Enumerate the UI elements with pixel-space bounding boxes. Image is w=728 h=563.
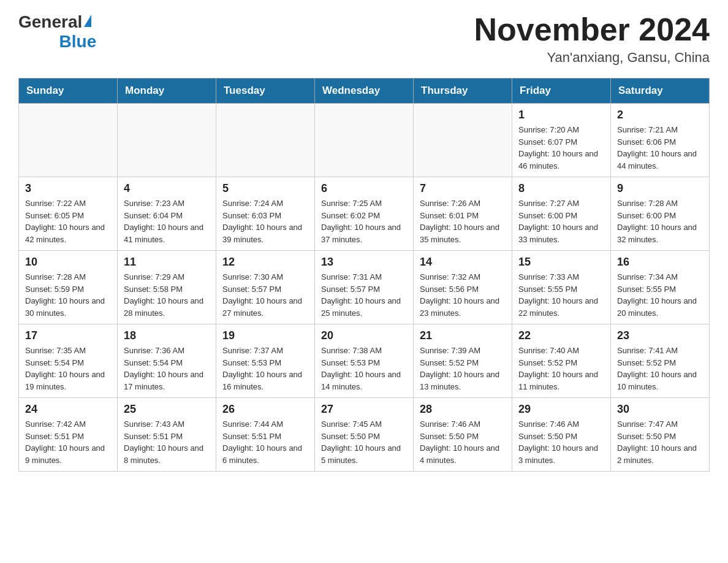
calendar-cell: 28Sunrise: 7:46 AM Sunset: 5:50 PM Dayli… <box>414 398 512 472</box>
col-saturday: Saturday <box>611 79 710 104</box>
calendar-cell <box>19 104 118 177</box>
day-number: 4 <box>124 182 210 195</box>
calendar-cell: 22Sunrise: 7:40 AM Sunset: 5:52 PM Dayli… <box>512 324 611 398</box>
day-number: 16 <box>617 256 703 269</box>
col-sunday: Sunday <box>19 79 118 104</box>
calendar-cell: 21Sunrise: 7:39 AM Sunset: 5:52 PM Dayli… <box>414 324 512 398</box>
calendar-cell: 19Sunrise: 7:37 AM Sunset: 5:53 PM Dayli… <box>216 324 315 398</box>
day-number: 30 <box>617 403 703 416</box>
day-number: 14 <box>420 256 506 269</box>
logo-general-text: General <box>18 12 82 32</box>
calendar-cell: 27Sunrise: 7:45 AM Sunset: 5:50 PM Dayli… <box>315 398 414 472</box>
day-info: Sunrise: 7:47 AM Sunset: 5:50 PM Dayligh… <box>617 418 703 466</box>
day-number: 29 <box>518 403 604 416</box>
calendar-cell: 2Sunrise: 7:21 AM Sunset: 6:06 PM Daylig… <box>611 104 710 177</box>
calendar-cell: 16Sunrise: 7:34 AM Sunset: 5:55 PM Dayli… <box>611 251 710 324</box>
calendar-cell <box>414 104 512 177</box>
day-info: Sunrise: 7:41 AM Sunset: 5:52 PM Dayligh… <box>617 345 703 393</box>
calendar-cell: 8Sunrise: 7:27 AM Sunset: 6:00 PM Daylig… <box>512 177 611 251</box>
calendar-cell: 24Sunrise: 7:42 AM Sunset: 5:51 PM Dayli… <box>19 398 118 472</box>
day-number: 26 <box>222 403 308 416</box>
day-info: Sunrise: 7:39 AM Sunset: 5:52 PM Dayligh… <box>420 345 506 393</box>
col-thursday: Thursday <box>414 79 512 104</box>
calendar-cell: 29Sunrise: 7:46 AM Sunset: 5:50 PM Dayli… <box>512 398 611 472</box>
calendar-cell: 12Sunrise: 7:30 AM Sunset: 5:57 PM Dayli… <box>216 251 315 324</box>
day-info: Sunrise: 7:28 AM Sunset: 5:59 PM Dayligh… <box>25 271 111 319</box>
day-number: 11 <box>124 256 210 269</box>
day-info: Sunrise: 7:35 AM Sunset: 5:54 PM Dayligh… <box>25 345 111 393</box>
day-number: 3 <box>25 182 111 195</box>
day-number: 22 <box>518 329 604 342</box>
day-info: Sunrise: 7:45 AM Sunset: 5:50 PM Dayligh… <box>321 418 407 466</box>
calendar-week-row: 24Sunrise: 7:42 AM Sunset: 5:51 PM Dayli… <box>19 398 710 472</box>
calendar-cell: 5Sunrise: 7:24 AM Sunset: 6:03 PM Daylig… <box>216 177 315 251</box>
day-info: Sunrise: 7:46 AM Sunset: 5:50 PM Dayligh… <box>518 418 604 466</box>
calendar-week-row: 3Sunrise: 7:22 AM Sunset: 6:05 PM Daylig… <box>19 177 710 251</box>
calendar-cell: 30Sunrise: 7:47 AM Sunset: 5:50 PM Dayli… <box>611 398 710 472</box>
day-number: 17 <box>25 329 111 342</box>
day-info: Sunrise: 7:38 AM Sunset: 5:53 PM Dayligh… <box>321 345 407 393</box>
logo-blue-text: Blue <box>23 32 96 52</box>
logo-triangle-icon <box>84 15 91 27</box>
calendar-cell: 17Sunrise: 7:35 AM Sunset: 5:54 PM Dayli… <box>19 324 118 398</box>
day-info: Sunrise: 7:42 AM Sunset: 5:51 PM Dayligh… <box>25 418 111 466</box>
col-wednesday: Wednesday <box>315 79 414 104</box>
day-info: Sunrise: 7:26 AM Sunset: 6:01 PM Dayligh… <box>420 197 506 245</box>
calendar-cell: 7Sunrise: 7:26 AM Sunset: 6:01 PM Daylig… <box>414 177 512 251</box>
day-info: Sunrise: 7:37 AM Sunset: 5:53 PM Dayligh… <box>222 345 308 393</box>
calendar-cell: 4Sunrise: 7:23 AM Sunset: 6:04 PM Daylig… <box>118 177 216 251</box>
calendar-cell: 6Sunrise: 7:25 AM Sunset: 6:02 PM Daylig… <box>315 177 414 251</box>
col-friday: Friday <box>512 79 611 104</box>
title-section: November 2024 Yan'anxiang, Gansu, China <box>474 12 710 66</box>
day-number: 10 <box>25 256 111 269</box>
calendar-week-row: 10Sunrise: 7:28 AM Sunset: 5:59 PM Dayli… <box>19 251 710 324</box>
calendar-cell: 10Sunrise: 7:28 AM Sunset: 5:59 PM Dayli… <box>19 251 118 324</box>
col-tuesday: Tuesday <box>216 79 315 104</box>
day-number: 6 <box>321 182 407 195</box>
day-number: 12 <box>222 256 308 269</box>
day-number: 1 <box>518 109 604 121</box>
col-monday: Monday <box>118 79 216 104</box>
day-number: 15 <box>518 256 604 269</box>
day-number: 5 <box>222 182 308 195</box>
day-info: Sunrise: 7:28 AM Sunset: 6:00 PM Dayligh… <box>617 197 703 245</box>
day-number: 21 <box>420 329 506 342</box>
day-info: Sunrise: 7:24 AM Sunset: 6:03 PM Dayligh… <box>222 197 308 245</box>
calendar-cell: 18Sunrise: 7:36 AM Sunset: 5:54 PM Dayli… <box>118 324 216 398</box>
calendar-week-row: 17Sunrise: 7:35 AM Sunset: 5:54 PM Dayli… <box>19 324 710 398</box>
day-number: 2 <box>617 109 703 121</box>
calendar-cell: 1Sunrise: 7:20 AM Sunset: 6:07 PM Daylig… <box>512 104 611 177</box>
day-number: 20 <box>321 329 407 342</box>
calendar-cell: 23Sunrise: 7:41 AM Sunset: 5:52 PM Dayli… <box>611 324 710 398</box>
page-header: General Blue November 2024 Yan'anxiang, … <box>18 12 710 66</box>
calendar-cell: 15Sunrise: 7:33 AM Sunset: 5:55 PM Dayli… <box>512 251 611 324</box>
day-info: Sunrise: 7:34 AM Sunset: 5:55 PM Dayligh… <box>617 271 703 319</box>
day-number: 13 <box>321 256 407 269</box>
day-info: Sunrise: 7:46 AM Sunset: 5:50 PM Dayligh… <box>420 418 506 466</box>
day-info: Sunrise: 7:36 AM Sunset: 5:54 PM Dayligh… <box>124 345 210 393</box>
day-info: Sunrise: 7:23 AM Sunset: 6:04 PM Dayligh… <box>124 197 210 245</box>
calendar-cell: 20Sunrise: 7:38 AM Sunset: 5:53 PM Dayli… <box>315 324 414 398</box>
day-number: 7 <box>420 182 506 195</box>
month-title: November 2024 <box>474 12 710 47</box>
location-text: Yan'anxiang, Gansu, China <box>474 50 710 66</box>
day-number: 25 <box>124 403 210 416</box>
day-number: 18 <box>124 329 210 342</box>
calendar-cell: 25Sunrise: 7:43 AM Sunset: 5:51 PM Dayli… <box>118 398 216 472</box>
day-info: Sunrise: 7:33 AM Sunset: 5:55 PM Dayligh… <box>518 271 604 319</box>
day-number: 9 <box>617 182 703 195</box>
day-info: Sunrise: 7:21 AM Sunset: 6:06 PM Dayligh… <box>617 124 703 172</box>
calendar-cell: 3Sunrise: 7:22 AM Sunset: 6:05 PM Daylig… <box>19 177 118 251</box>
calendar-header-row: Sunday Monday Tuesday Wednesday Thursday… <box>19 79 710 104</box>
day-number: 27 <box>321 403 407 416</box>
day-info: Sunrise: 7:44 AM Sunset: 5:51 PM Dayligh… <box>222 418 308 466</box>
calendar-table: Sunday Monday Tuesday Wednesday Thursday… <box>18 78 710 472</box>
day-info: Sunrise: 7:32 AM Sunset: 5:56 PM Dayligh… <box>420 271 506 319</box>
calendar-cell: 9Sunrise: 7:28 AM Sunset: 6:00 PM Daylig… <box>611 177 710 251</box>
day-number: 28 <box>420 403 506 416</box>
day-info: Sunrise: 7:27 AM Sunset: 6:00 PM Dayligh… <box>518 197 604 245</box>
calendar-cell <box>315 104 414 177</box>
day-info: Sunrise: 7:43 AM Sunset: 5:51 PM Dayligh… <box>124 418 210 466</box>
day-info: Sunrise: 7:25 AM Sunset: 6:02 PM Dayligh… <box>321 197 407 245</box>
day-number: 8 <box>518 182 604 195</box>
